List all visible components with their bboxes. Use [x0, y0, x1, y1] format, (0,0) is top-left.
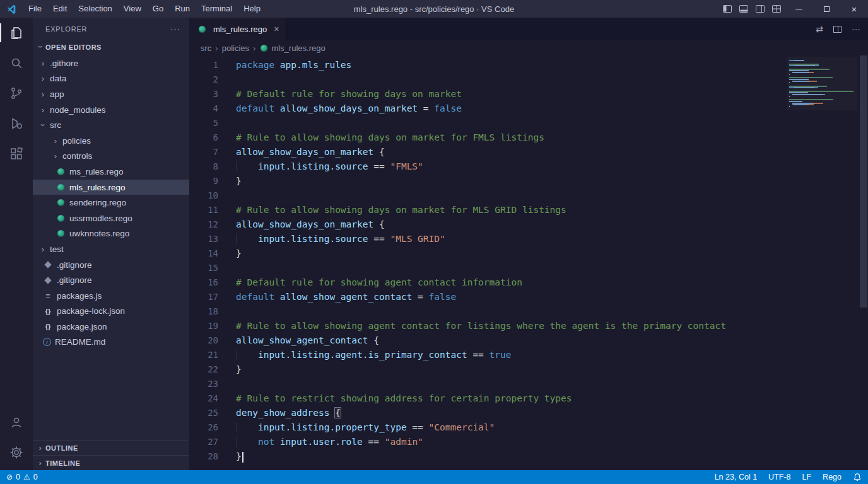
problems-indicator[interactable]: ⊘ 0 ⚠ 0	[6, 473, 38, 481]
encoding-indicator[interactable]: UTF-8	[768, 473, 790, 481]
minimap-token	[809, 104, 814, 105]
code-token: default	[236, 103, 274, 113]
code-token	[274, 292, 280, 302]
tree-file-ussrmodles-rego[interactable]: ussrmodles.rego	[33, 210, 189, 226]
close-window-button[interactable]: ×	[840, 0, 868, 18]
settings-gear-icon[interactable]	[0, 437, 33, 468]
code-editor[interactable]: 1package app.mls_rules23# Default rule f…	[189, 55, 868, 470]
code-token	[329, 408, 335, 418]
line-number: 4	[189, 101, 218, 116]
menu-help[interactable]: Help	[238, 0, 266, 18]
notifications-bell-icon[interactable]	[853, 473, 862, 481]
minimap-token	[809, 72, 814, 73]
tree-folder-src[interactable]: ›src	[33, 117, 189, 133]
code-line-content: # Default rule for showing days on marke…	[236, 87, 462, 101]
run-debug-icon[interactable]	[0, 108, 33, 139]
explorer-more-actions-icon[interactable]: ···	[170, 24, 180, 33]
tree-folder--githore[interactable]: ›.githore	[33, 55, 189, 71]
tree-file--gitignore[interactable]: .gitignore	[33, 272, 189, 288]
split-editor-icon[interactable]	[833, 26, 842, 33]
menu-selection[interactable]: Selection	[73, 0, 117, 18]
code-line-content: # Rule to allow showing days on market f…	[236, 203, 566, 217]
language-indicator[interactable]: Rego	[823, 473, 842, 481]
tree-item-label: src	[50, 120, 61, 130]
toggle-secondary-sidebar-icon[interactable]	[752, 4, 768, 14]
outline-header[interactable]: › OUTLINE	[33, 440, 189, 455]
error-icon: ⊘	[6, 473, 13, 481]
open-editors-header[interactable]: › OPEN EDITORS	[33, 40, 189, 54]
menu-go[interactable]: Go	[147, 0, 169, 18]
code-line-content: }	[236, 246, 242, 261]
tree-file-readme-md[interactable]: iREADME.md	[33, 335, 189, 350]
tree-folder-policies[interactable]: ›policies	[33, 133, 189, 149]
timeline-header[interactable]: › TIMELINE	[33, 455, 189, 470]
code-line: 15	[189, 261, 868, 275]
window-title: mls_rules.rego - src/policies/rego · VS …	[354, 4, 514, 14]
more-actions-icon[interactable]: ···	[852, 24, 860, 34]
source-control-icon[interactable]	[0, 78, 33, 108]
minimap-token	[789, 86, 827, 87]
line-number: 11	[189, 203, 218, 217]
tree-folder-controls[interactable]: ›controls	[33, 149, 189, 164]
toggle-sidebar-icon[interactable]	[719, 4, 736, 14]
tree-folder-node-modules[interactable]: ›node_modules	[33, 102, 189, 118]
tree-file-ms-rules-rego[interactable]: ms_rules.rego	[33, 164, 189, 180]
code-line: 16# Default rule for showing agent conta…	[189, 275, 868, 290]
account-icon[interactable]	[0, 407, 33, 437]
tree-file-uwknnotes-rego[interactable]: uwknnotes.rego	[33, 226, 189, 242]
code-line-content: # Rule to restrict showing address for c…	[236, 391, 572, 406]
tree-file-package-json[interactable]: {}package.json	[33, 319, 189, 335]
maximize-button[interactable]	[812, 0, 840, 18]
extensions-icon[interactable]	[0, 139, 33, 169]
line-number: 7	[189, 145, 218, 159]
js-file-icon: ≡	[43, 291, 53, 301]
editor-scrollbar[interactable]	[859, 55, 868, 470]
tree-file--gitignore[interactable]: .gitignore	[33, 257, 189, 273]
json-file-icon: {}	[43, 321, 53, 331]
minimize-button[interactable]	[785, 0, 812, 18]
minimap[interactable]	[787, 57, 857, 110]
customize-layout-icon[interactable]	[768, 4, 785, 14]
tree-file-packages-js[interactable]: ≡packages.js	[33, 288, 189, 304]
minimap-token	[789, 99, 833, 100]
code-token	[236, 437, 258, 447]
code-line-content: deny_show_address {	[236, 406, 341, 420]
explorer-icon[interactable]	[0, 18, 33, 48]
line-number: 18	[189, 304, 218, 319]
menu-view[interactable]: View	[118, 0, 147, 18]
chevron-icon: ›	[38, 74, 48, 83]
scrollbar-thumb[interactable]	[860, 55, 867, 308]
cursor-position[interactable]: Ln 23, Col 1	[715, 473, 757, 481]
text-cursor	[242, 452, 243, 463]
breadcrumb-item[interactable]: src	[201, 43, 211, 53]
minimap-token	[792, 81, 807, 82]
breadcrumb: src›policies›mls_rules.rego	[189, 40, 868, 55]
tree-file-mls-rules-rego[interactable]: mls_rules.rego	[33, 180, 189, 195]
editor-group: mls_rules.rego × ⇄ ··· src›policies›mls_…	[189, 18, 868, 470]
toggle-panel-icon[interactable]	[736, 4, 752, 14]
compare-changes-icon[interactable]: ⇄	[816, 24, 823, 34]
code-token: # Rule to restrict showing address for c…	[236, 393, 572, 403]
menu-edit[interactable]: Edit	[47, 0, 73, 18]
tab-mls-rules-rego[interactable]: mls_rules.rego ×	[189, 18, 287, 40]
tree-file-package-lock-json[interactable]: {}package-lock.json	[33, 304, 189, 320]
tree-folder-data[interactable]: ›data	[33, 71, 189, 87]
menu-terminal[interactable]: Terminal	[196, 0, 238, 18]
file-tree: ›.githore›data›app›node_modules›src›poli…	[33, 54, 189, 440]
line-number: 13	[189, 232, 218, 246]
breadcrumb-item[interactable]: policies	[222, 43, 249, 53]
code-token: allow_show_agent_contact	[236, 335, 368, 345]
rego-file-icon	[56, 198, 66, 208]
tree-folder-app[interactable]: ›app	[33, 86, 189, 102]
eol-indicator[interactable]: LF	[802, 473, 812, 481]
search-icon[interactable]	[0, 48, 33, 78]
menu-file[interactable]: File	[23, 0, 47, 18]
menu-run[interactable]: Run	[169, 0, 196, 18]
close-tab-icon[interactable]: ×	[274, 24, 279, 34]
breadcrumb-item[interactable]: mls_rules.rego	[259, 43, 325, 53]
tree-file-sendering-rego[interactable]: sendering.rego	[33, 195, 189, 210]
tree-folder-test[interactable]: ›test	[33, 241, 189, 257]
minimap-token	[789, 79, 807, 80]
minimap-token	[789, 82, 790, 83]
code-token: "Commercial"	[429, 422, 495, 432]
